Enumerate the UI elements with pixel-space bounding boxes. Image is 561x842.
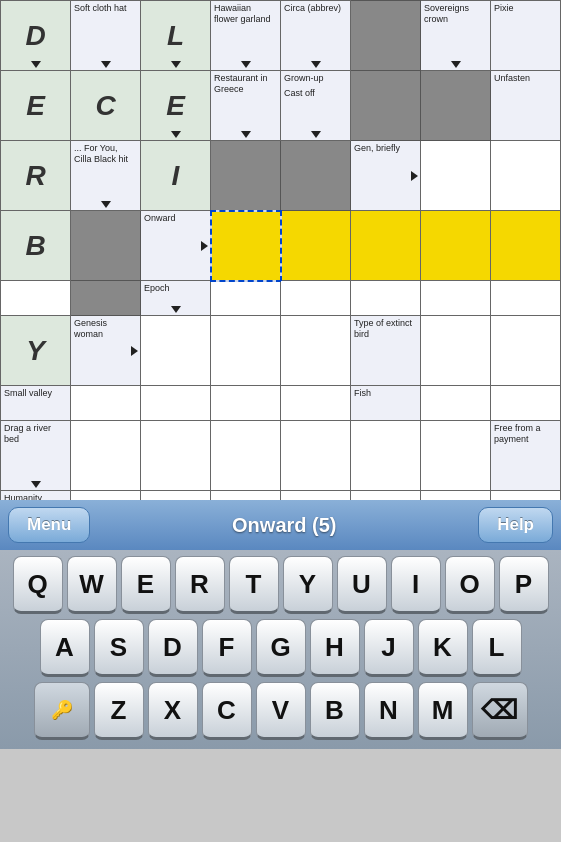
- cell-r5bc6[interactable]: [421, 491, 491, 501]
- cell-r4c6[interactable]: [421, 316, 491, 386]
- cell-r5c1[interactable]: [71, 421, 141, 491]
- cell-r5bc2[interactable]: [141, 491, 211, 501]
- cell-r3bc6[interactable]: [421, 281, 491, 316]
- cell-r2c2[interactable]: I: [141, 141, 211, 211]
- cell-r3c5-yellow[interactable]: [351, 211, 421, 281]
- cell-r5c6[interactable]: [421, 421, 491, 491]
- cell-r4c2[interactable]: [141, 316, 211, 386]
- cell-r4c7[interactable]: [491, 316, 561, 386]
- key-k[interactable]: K: [418, 619, 468, 677]
- key-x[interactable]: X: [148, 682, 198, 740]
- key-w[interactable]: W: [67, 556, 117, 614]
- clue-title: Onward (5): [90, 514, 478, 537]
- cell-r4c5[interactable]: Type of extinct bird: [351, 316, 421, 386]
- cell-r4c0[interactable]: Y: [1, 316, 71, 386]
- cell-r2c3-black: [211, 141, 281, 211]
- key-b[interactable]: B: [310, 682, 360, 740]
- cell-r5bc4[interactable]: [281, 491, 351, 501]
- cell-r0c6[interactable]: Sovereigns crown: [421, 1, 491, 71]
- cell-r1c0[interactable]: E: [1, 71, 71, 141]
- crossword-grid[interactable]: D Soft cloth hat L Hawaiian flower garla…: [0, 0, 561, 500]
- cell-r0c2[interactable]: L: [141, 1, 211, 71]
- cell-r1c7[interactable]: Unfasten: [491, 71, 561, 141]
- cell-r1c5-black: [351, 71, 421, 141]
- key-m[interactable]: M: [418, 682, 468, 740]
- cell-r2c7[interactable]: [491, 141, 561, 211]
- cell-r3c0[interactable]: B: [1, 211, 71, 281]
- cell-r0c1[interactable]: Soft cloth hat: [71, 1, 141, 71]
- cell-r4bc2[interactable]: [141, 386, 211, 421]
- cell-r5c3[interactable]: [211, 421, 281, 491]
- cell-r3bc3[interactable]: [211, 281, 281, 316]
- key-s[interactable]: S: [94, 619, 144, 677]
- cell-r4bc5[interactable]: Fish: [351, 386, 421, 421]
- cell-r3bc5[interactable]: [351, 281, 421, 316]
- help-button[interactable]: Help: [478, 507, 553, 543]
- cell-r3bc0[interactable]: [1, 281, 71, 316]
- key-r[interactable]: R: [175, 556, 225, 614]
- key-p[interactable]: P: [499, 556, 549, 614]
- key-l[interactable]: L: [472, 619, 522, 677]
- cell-r5c4[interactable]: [281, 421, 351, 491]
- cell-r5bc1[interactable]: [71, 491, 141, 501]
- key-y[interactable]: Y: [283, 556, 333, 614]
- key-h[interactable]: H: [310, 619, 360, 677]
- key-j[interactable]: J: [364, 619, 414, 677]
- key-u[interactable]: U: [337, 556, 387, 614]
- cell-r2c5[interactable]: Gen, briefly: [351, 141, 421, 211]
- cell-r5bc3[interactable]: [211, 491, 281, 501]
- cell-r2c6[interactable]: [421, 141, 491, 211]
- key-g[interactable]: G: [256, 619, 306, 677]
- cell-r4bc0[interactable]: Small valley: [1, 386, 71, 421]
- delete-key[interactable]: ⌫: [472, 682, 528, 740]
- cell-r5c0[interactable]: Drag a river bed: [1, 421, 71, 491]
- cell-r5bc0[interactable]: Humanity: [1, 491, 71, 501]
- cell-r4c1[interactable]: Genesis woman: [71, 316, 141, 386]
- cell-r1c4[interactable]: Grown-up Cast off: [281, 71, 351, 141]
- cell-r5bc5[interactable]: [351, 491, 421, 501]
- cell-r1c3[interactable]: Restaurant in Greece: [211, 71, 281, 141]
- cell-r3c4-yellow[interactable]: [281, 211, 351, 281]
- cell-r4bc4[interactable]: [281, 386, 351, 421]
- cell-r3bc7[interactable]: [491, 281, 561, 316]
- cell-r5bc7[interactable]: [491, 491, 561, 501]
- key-c[interactable]: C: [202, 682, 252, 740]
- cell-r1c2[interactable]: E: [141, 71, 211, 141]
- key-n[interactable]: N: [364, 682, 414, 740]
- cell-r3c6-yellow[interactable]: [421, 211, 491, 281]
- cell-r2c0[interactable]: R: [1, 141, 71, 211]
- cell-r1c1[interactable]: C: [71, 71, 141, 141]
- cell-r4c3[interactable]: [211, 316, 281, 386]
- cell-r4bc7[interactable]: [491, 386, 561, 421]
- cell-r0c4[interactable]: Circa (abbrev): [281, 1, 351, 71]
- key-v[interactable]: V: [256, 682, 306, 740]
- cell-r4c4[interactable]: [281, 316, 351, 386]
- cell-r3bc2[interactable]: Epoch: [141, 281, 211, 316]
- cell-r4bc1[interactable]: [71, 386, 141, 421]
- cell-r2c4-black: [281, 141, 351, 211]
- cell-r5c5[interactable]: [351, 421, 421, 491]
- shift-key[interactable]: 🔑: [34, 682, 90, 740]
- key-a[interactable]: A: [40, 619, 90, 677]
- cell-r3bc4[interactable]: [281, 281, 351, 316]
- menu-button[interactable]: Menu: [8, 507, 90, 543]
- cell-r0c3[interactable]: Hawaiian flower garland: [211, 1, 281, 71]
- key-f[interactable]: F: [202, 619, 252, 677]
- cell-r5c7[interactable]: Free from a payment: [491, 421, 561, 491]
- cell-r4bc6[interactable]: [421, 386, 491, 421]
- cell-r3c3-selected[interactable]: [211, 211, 281, 281]
- cell-r4bc3[interactable]: [211, 386, 281, 421]
- cell-r3c7-yellow[interactable]: [491, 211, 561, 281]
- cell-r2c1[interactable]: ... For You, Cilla Black hit: [71, 141, 141, 211]
- key-q[interactable]: Q: [13, 556, 63, 614]
- cell-r0c0[interactable]: D: [1, 1, 71, 71]
- key-i[interactable]: I: [391, 556, 441, 614]
- key-d[interactable]: D: [148, 619, 198, 677]
- key-z[interactable]: Z: [94, 682, 144, 740]
- key-e[interactable]: E: [121, 556, 171, 614]
- cell-r0c7[interactable]: Pixie: [491, 1, 561, 71]
- cell-r5c2[interactable]: [141, 421, 211, 491]
- key-t[interactable]: T: [229, 556, 279, 614]
- key-o[interactable]: O: [445, 556, 495, 614]
- cell-r3c2[interactable]: Onward: [141, 211, 211, 281]
